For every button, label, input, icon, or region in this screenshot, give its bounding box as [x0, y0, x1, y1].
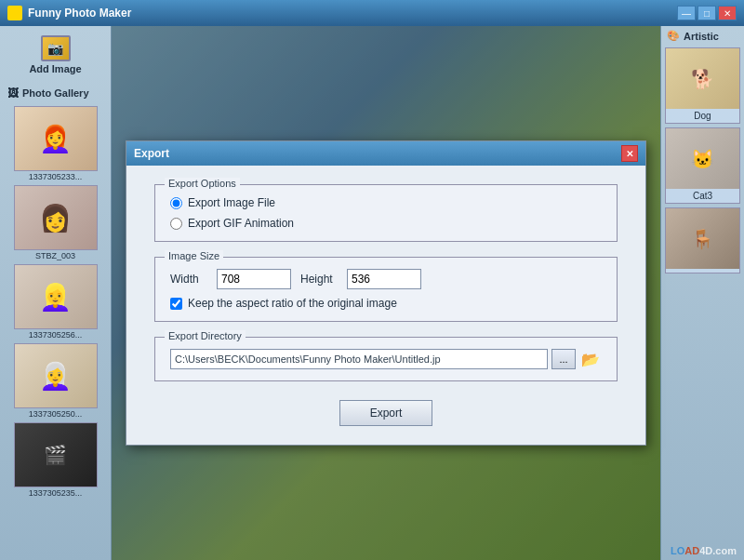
export-image-file-row: Export Image File — [170, 196, 602, 209]
size-row: Width Height — [170, 269, 602, 289]
export-directory-group: Export Directory ... 📂 — [154, 337, 618, 381]
export-gif-radio[interactable] — [170, 218, 182, 230]
image-size-group: Image Size Width Height Keep the aspect … — [154, 257, 618, 322]
watermark: LOAD4D.com — [671, 545, 737, 556]
app-content: 📷 Add Image Photo Gallery 👩‍🦰 1337305233… — [0, 26, 744, 560]
thumbnail-list: 👩‍🦰 1337305233... 👩 STBZ_003 👱‍♀️ 133730… — [4, 106, 107, 498]
title-bar-buttons: — □ ✕ — [677, 6, 737, 20]
thumbnail-name: 1337305235... — [29, 488, 83, 498]
thumbnail-image: 👩‍🦳 — [14, 343, 98, 408]
width-input[interactable] — [217, 269, 291, 289]
minimize-button[interactable]: — — [677, 6, 696, 20]
export-gif-row: Export GIF Animation — [170, 217, 602, 230]
maximize-button[interactable]: □ — [698, 6, 716, 20]
artistic-label: 🎨 Artistic — [661, 26, 744, 46]
photo-gallery-label: Photo Gallery — [22, 87, 89, 99]
export-options-group: Export Options Export Image File Export … — [154, 184, 618, 242]
room-thumbnail: 🪑 — [666, 208, 739, 269]
left-sidebar: 📷 Add Image Photo Gallery 👩‍🦰 1337305233… — [0, 26, 112, 560]
list-item[interactable]: 🐕 Dog — [665, 47, 740, 124]
width-label: Width — [170, 273, 207, 286]
aspect-ratio-checkbox[interactable] — [170, 298, 182, 310]
modal-title: Export — [134, 147, 169, 160]
room-label — [666, 269, 739, 273]
list-item[interactable]: 🪑 — [665, 207, 740, 273]
modal-body: Export Options Export Image File Export … — [126, 166, 645, 445]
watermark-lo: LO — [671, 545, 684, 556]
add-image-label: Add Image — [29, 63, 81, 74]
modal-title-bar: Export ✕ — [126, 141, 645, 166]
export-gif-label: Export GIF Animation — [188, 217, 294, 230]
thumbnail-name: 1337305256... — [29, 330, 83, 340]
modal-overlay: Export ✕ Export Options Export Image Fil… — [112, 26, 660, 560]
cat-thumbnail: 🐱 — [666, 128, 739, 189]
directory-row: ... 📂 — [170, 349, 602, 369]
export-image-file-label: Export Image File — [188, 196, 275, 209]
open-folder-button[interactable]: 📂 — [579, 349, 602, 369]
thumbnail-name: STBZ_003 — [35, 251, 75, 260]
artistic-icon: 🎨 — [667, 30, 680, 42]
title-bar: Funny Photo Maker — □ ✕ — [0, 0, 744, 26]
app-icon — [7, 6, 22, 20]
height-label: Height — [300, 273, 338, 286]
export-options-label: Export Options — [165, 178, 240, 189]
height-input[interactable] — [347, 269, 421, 289]
modal-close-button[interactable]: ✕ — [621, 145, 638, 162]
dog-label: Dog — [666, 109, 739, 123]
export-button-row: Export — [154, 400, 618, 426]
close-button[interactable]: ✕ — [718, 6, 737, 20]
add-image-button[interactable]: 📷 Add Image — [4, 30, 107, 80]
list-item[interactable]: 👩 STBZ_003 — [4, 185, 107, 260]
aspect-ratio-row: Keep the aspect ratio of the original im… — [170, 297, 602, 310]
right-sidebar: 🎨 Artistic 🐕 Dog 🐱 Cat3 🪑 — [660, 26, 744, 560]
image-size-label: Image Size — [165, 250, 223, 261]
directory-input[interactable] — [170, 349, 548, 369]
app-window: Funny Photo Maker — □ ✕ 📷 Add Image Phot… — [0, 0, 744, 560]
dog-thumbnail: 🐕 — [666, 48, 739, 109]
photo-gallery-button[interactable]: Photo Gallery — [4, 84, 107, 102]
watermark-ad: AD — [684, 545, 699, 556]
app-title: Funny Photo Maker — [28, 7, 131, 20]
open-folder-icon: 📂 — [581, 351, 600, 368]
list-item[interactable]: 🐱 Cat3 — [665, 127, 740, 204]
export-directory-label: Export Directory — [165, 330, 246, 341]
watermark-suffix: 4D.com — [699, 545, 737, 556]
browse-button[interactable]: ... — [551, 349, 576, 369]
export-image-file-radio[interactable] — [170, 197, 182, 209]
thumbnail-image: 🎬 — [14, 422, 98, 487]
export-button[interactable]: Export — [339, 400, 432, 426]
aspect-ratio-label: Keep the aspect ratio of the original im… — [188, 297, 397, 310]
export-modal: Export ✕ Export Options Export Image Fil… — [126, 140, 646, 446]
cat-label: Cat3 — [666, 189, 739, 203]
list-item[interactable]: 🎬 1337305235... — [4, 422, 107, 498]
thumbnail-name: 1337305233... — [29, 172, 83, 181]
main-area: Export ✕ Export Options Export Image Fil… — [112, 26, 660, 560]
thumbnail-image: 👩 — [14, 185, 98, 250]
thumbnail-image: 👱‍♀️ — [14, 264, 98, 329]
thumbnail-name: 1337305250... — [29, 409, 83, 419]
add-image-icon: 📷 — [41, 35, 71, 61]
list-item[interactable]: 👩‍🦳 1337305250... — [4, 343, 107, 419]
list-item[interactable]: 👱‍♀️ 1337305256... — [4, 264, 107, 340]
thumbnail-image: 👩‍🦰 — [14, 106, 98, 171]
list-item[interactable]: 👩‍🦰 1337305233... — [4, 106, 107, 181]
